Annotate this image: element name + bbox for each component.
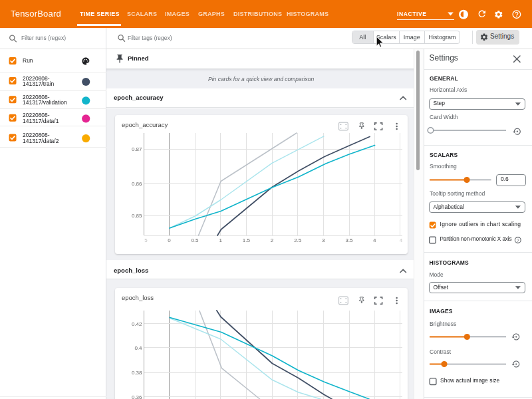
svg-text:1.5: 1.5 <box>243 237 251 243</box>
svg-text:2.5: 2.5 <box>294 237 302 243</box>
svg-text:0.86: 0.86 <box>132 181 142 187</box>
svg-text:0.36: 0.36 <box>132 394 142 399</box>
svg-text:0.42: 0.42 <box>132 321 142 327</box>
svg-text:0.4: 0.4 <box>134 345 142 351</box>
svg-text:?: ? <box>517 238 519 243</box>
svg-text:0.5: 0.5 <box>191 237 199 243</box>
svg-text:0.38: 0.38 <box>132 370 142 376</box>
svg-text:3: 3 <box>322 237 325 243</box>
svg-text:0.85: 0.85 <box>132 213 142 219</box>
svg-text:5: 5 <box>144 237 148 243</box>
svg-text:2: 2 <box>271 237 274 243</box>
svg-text:1: 1 <box>219 237 222 243</box>
svg-text:3.5: 3.5 <box>345 237 353 243</box>
svg-text:0.87: 0.87 <box>132 146 142 152</box>
svg-text:4: 4 <box>400 237 403 243</box>
svg-text:0: 0 <box>168 237 171 243</box>
svg-text:4: 4 <box>373 237 376 243</box>
